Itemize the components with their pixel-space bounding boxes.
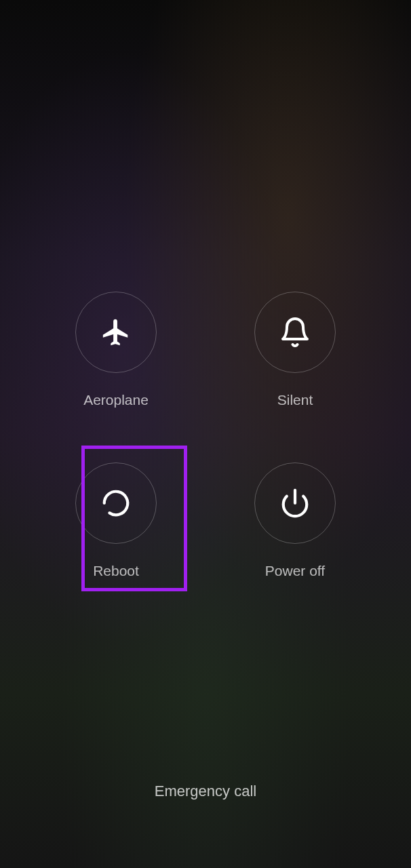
poweroff-option[interactable]: Power off (225, 462, 365, 579)
emergency-call-button[interactable]: Emergency call (155, 783, 256, 800)
aeroplane-label: Aeroplane (83, 392, 149, 408)
silent-circle (254, 292, 336, 373)
aeroplane-option[interactable]: Aeroplane (46, 292, 186, 408)
reboot-option[interactable]: Reboot (46, 462, 186, 579)
poweroff-label: Power off (265, 563, 325, 579)
reboot-circle (75, 462, 157, 544)
poweroff-circle (254, 462, 336, 544)
aeroplane-circle (75, 292, 157, 373)
reboot-icon (100, 488, 132, 519)
bell-icon (279, 316, 311, 349)
reboot-label: Reboot (93, 563, 139, 579)
power-icon (279, 488, 311, 519)
silent-option[interactable]: Silent (225, 292, 365, 408)
silent-label: Silent (277, 392, 313, 408)
power-menu-grid: Aeroplane Silent Reboot (46, 292, 365, 579)
aeroplane-icon (100, 317, 132, 348)
